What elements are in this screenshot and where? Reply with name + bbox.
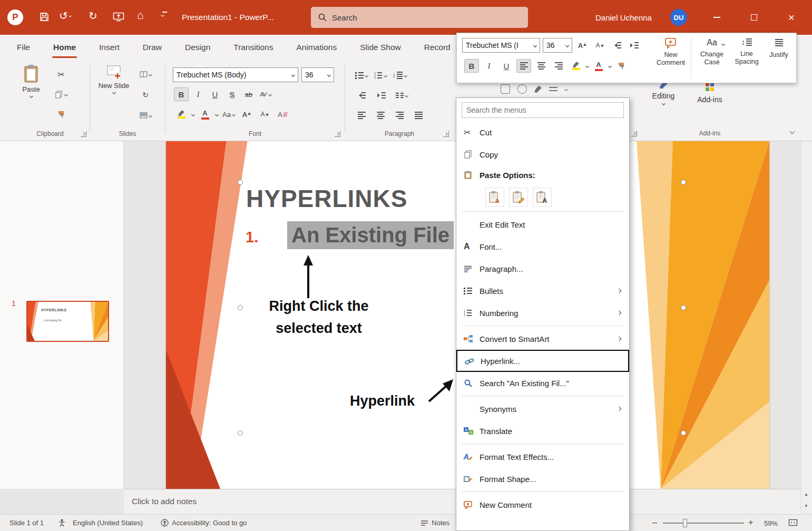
accessibility-status[interactable]: Accessibility: Good to go: [172, 519, 247, 527]
menu-item-numbering[interactable]: 123 Numbering: [456, 302, 629, 324]
collapse-ribbon-icon[interactable]: [790, 129, 795, 134]
quick-access-toolbar-chevron-icon[interactable]: [161, 14, 164, 16]
tab-file[interactable]: File: [15, 35, 32, 60]
menu-search-box[interactable]: [462, 102, 624, 118]
strikethrough-button[interactable]: ab: [241, 87, 256, 101]
slide-thumbnail[interactable]: HYPERLINKS 1. An Existing File: [26, 301, 109, 342]
copy-icon[interactable]: [54, 87, 69, 101]
selection-handle[interactable]: [238, 180, 243, 185]
oval-shape-icon[interactable]: [517, 84, 527, 94]
decrease-indent-button[interactable]: [354, 88, 369, 102]
mini-highlight-dropdown-icon[interactable]: [585, 64, 589, 67]
mini-line-spacing-button[interactable]: ↕ Line Spacing: [730, 35, 764, 82]
mini-font-color-dropdown-icon[interactable]: [608, 64, 612, 67]
present-from-beginning-icon[interactable]: [113, 12, 124, 22]
highlight-color-button[interactable]: [174, 107, 189, 121]
save-icon[interactable]: [39, 12, 50, 22]
mini-increase-indent-button[interactable]: [627, 38, 642, 52]
mini-align-right-button[interactable]: [551, 59, 566, 73]
mini-font-size-combo[interactable]: 36: [543, 38, 572, 53]
mini-italic-button[interactable]: I: [482, 59, 496, 73]
mini-bold-button[interactable]: B: [464, 59, 479, 73]
drawing-dialog-launcher-icon[interactable]: [631, 131, 637, 136]
mini-format-painter-button[interactable]: [614, 59, 629, 73]
underline-button[interactable]: U: [208, 87, 222, 101]
justify-button[interactable]: [411, 109, 426, 122]
addins-button[interactable]: Add-ins: [691, 81, 728, 104]
cut-icon[interactable]: ✂: [54, 67, 69, 81]
notes-placeholder[interactable]: Click to add notes: [132, 497, 197, 506]
mini-underline-button[interactable]: U: [499, 59, 514, 73]
menu-item-translate[interactable]: aA Translate: [456, 420, 629, 442]
menu-item-format-text-effects[interactable]: A Format Text Effects...: [456, 446, 629, 468]
tab-design[interactable]: Design: [183, 35, 212, 60]
align-right-button[interactable]: [392, 109, 407, 122]
titlebar-search[interactable]: [311, 7, 528, 28]
home-icon[interactable]: ⌂: [137, 9, 144, 22]
zoom-out-icon[interactable]: –: [652, 518, 657, 527]
scroll-down-icon[interactable]: ▼: [804, 504, 808, 508]
close-button[interactable]: ×: [779, 7, 804, 28]
highlight-dropdown-icon[interactable]: [191, 112, 195, 116]
selection-handle[interactable]: [238, 430, 243, 436]
mini-align-center-button[interactable]: [534, 59, 549, 73]
character-spacing-button[interactable]: AV: [258, 87, 273, 101]
font-color-button[interactable]: A: [198, 107, 212, 121]
menu-item-new-comment[interactable]: New Comment: [456, 494, 629, 516]
language-indicator[interactable]: English (United States): [73, 519, 143, 527]
powerpoint-logo-icon[interactable]: P: [7, 9, 23, 25]
bold-button[interactable]: B: [174, 87, 189, 101]
menu-item-format-shape[interactable]: Format Shape...: [456, 468, 629, 490]
zoom-slider-thumb[interactable]: [683, 519, 687, 527]
font-dialog-launcher-icon[interactable]: [335, 131, 340, 137]
tab-slide-show[interactable]: Slide Show: [358, 35, 403, 60]
menu-item-font[interactable]: A Font...: [456, 235, 629, 258]
menu-item-convert-to-smartart[interactable]: Convert to SmartArt: [456, 328, 629, 350]
tab-home[interactable]: Home: [51, 35, 78, 60]
mini-font-name-combo[interactable]: Trebuchet MS (I: [462, 38, 540, 53]
zoom-in-icon[interactable]: +: [748, 518, 753, 527]
editing-button[interactable]: Editing: [647, 81, 680, 105]
selection-handle[interactable]: [681, 430, 686, 436]
italic-button[interactable]: I: [191, 87, 206, 101]
mini-justify-button[interactable]: Justify: [764, 35, 794, 82]
accessibility-check-icon[interactable]: [161, 519, 169, 527]
slide-indicator[interactable]: Slide 1 of 1: [9, 519, 44, 527]
mini-highlight-color-button[interactable]: [569, 59, 583, 73]
menu-item-search-selection[interactable]: Search "An Existing Fil...": [456, 372, 629, 394]
align-left-button[interactable]: [354, 109, 369, 122]
format-painter-icon[interactable]: [54, 107, 69, 121]
columns-button[interactable]: [394, 88, 409, 102]
menu-item-cut[interactable]: ✂ Cut: [456, 121, 629, 143]
mini-align-left-button[interactable]: [516, 59, 531, 73]
mini-decrease-indent-button[interactable]: [610, 38, 624, 52]
line-spacing-button[interactable]: ↕: [392, 68, 407, 82]
menu-item-copy[interactable]: Copy: [456, 143, 629, 165]
accessibility-person-icon[interactable]: [58, 519, 65, 527]
mini-shrink-font-button[interactable]: A: [592, 38, 607, 52]
fit-to-window-icon[interactable]: [788, 519, 798, 528]
paste-button[interactable]: Paste: [16, 64, 46, 122]
vertical-scrollbar[interactable]: ▲ ▼: [800, 141, 812, 514]
menu-item-hyperlink[interactable]: Hyperlink...: [456, 350, 629, 372]
text-shadow-button[interactable]: S: [224, 87, 239, 101]
tab-transitions[interactable]: Transitions: [231, 35, 275, 60]
increase-indent-button[interactable]: [374, 88, 389, 102]
bullets-button[interactable]: [354, 68, 369, 82]
font-name-combo[interactable]: Trebuchet MS (Body): [173, 67, 298, 82]
tab-draw[interactable]: Draw: [141, 35, 164, 60]
tab-record[interactable]: Record: [422, 35, 453, 60]
menu-item-paragraph[interactable]: Paragraph...: [456, 258, 629, 280]
undo-icon[interactable]: ↺: [59, 9, 71, 22]
zoom-slider-track[interactable]: [663, 523, 744, 524]
section-icon[interactable]: [138, 109, 153, 122]
minimize-button[interactable]: [705, 7, 729, 28]
paste-keep-source-formatting-icon[interactable]: a: [485, 188, 504, 206]
paste-merge-formatting-icon[interactable]: [509, 188, 528, 206]
scroll-up-icon[interactable]: ▲: [804, 492, 808, 497]
redo-icon[interactable]: ↻: [89, 9, 97, 22]
shrink-font-button[interactable]: A: [257, 107, 272, 121]
tab-insert[interactable]: Insert: [97, 35, 122, 60]
paragraph-dialog-launcher-icon[interactable]: [443, 131, 449, 137]
shapes-more-icon[interactable]: [564, 87, 568, 91]
